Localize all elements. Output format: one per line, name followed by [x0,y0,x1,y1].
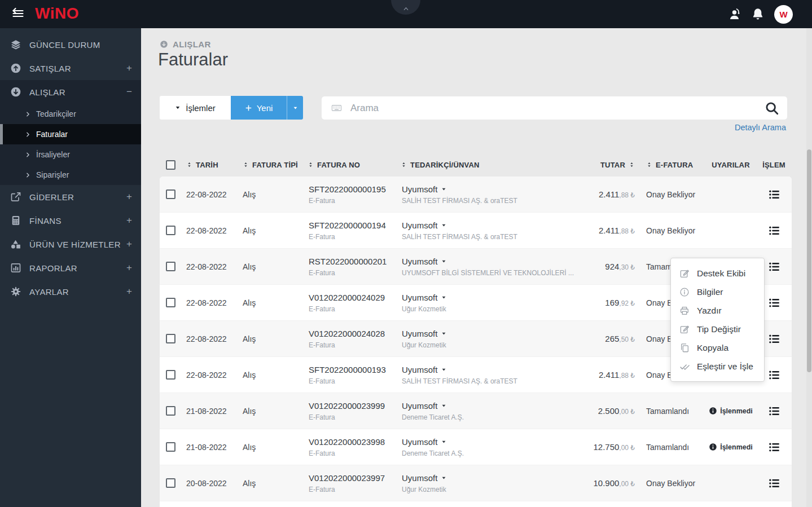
sidebar-item-finans[interactable]: FİNANS + [0,209,141,232]
app-logo[interactable]: WiNO [35,5,79,23]
context-menu-item-kopyala[interactable]: Kopyala [671,338,764,357]
column-header[interactable]: FATURA NO [302,161,395,169]
row-checkbox[interactable] [166,189,175,199]
notifications-button[interactable] [751,7,765,21]
alislar-section-icon [160,40,168,49]
row-actions-button[interactable] [768,441,780,453]
column-header[interactable]: TARİH [181,161,237,169]
sidebar-item-satislar[interactable]: SATIŞLAR + [0,56,141,80]
column-header-label: TARİH [196,161,218,169]
supplier-dropdown[interactable]: Uyumsoft [402,184,576,194]
row-checkbox[interactable] [166,442,175,452]
cell-actions [756,441,792,453]
avatar[interactable]: W [774,5,793,24]
scrollbar-thumb[interactable] [807,149,811,372]
scrollbar-track[interactable] [806,28,812,507]
cell-efatura-status: Tamamlandı [640,443,705,452]
row-checkbox[interactable] [166,226,175,235]
supplier-dropdown[interactable]: Uyumsoft [402,221,576,230]
row-actions-button[interactable] [768,405,780,417]
chevron-up-icon [401,6,411,12]
sidebar-subitem-tedarikciler[interactable]: Tedarikçiler [0,104,141,124]
context-menu-item-destek-ekibi[interactable]: Destek Ekibi [671,264,764,283]
supplier-dropdown[interactable]: Uyumsoft [402,437,576,447]
row-checkbox[interactable] [166,334,175,343]
cell-date: 22-08-2022 [181,262,237,271]
search-input[interactable] [350,103,765,114]
row-actions-button[interactable] [768,333,780,345]
column-header[interactable]: TEDARİKÇİ/ÜNVAN [395,161,576,169]
yeni-dropdown-button[interactable] [287,96,303,120]
list-icon [768,261,780,273]
yeni-button[interactable]: Yeni [231,96,287,120]
cell-actions [756,224,792,237]
row-actions-button[interactable] [768,369,780,381]
row-actions-button[interactable] [768,297,780,309]
row-checkbox[interactable] [166,298,175,307]
column-header[interactable]: FATURA TİPİ [237,161,302,169]
row-actions-button[interactable] [768,224,780,237]
row-actions-button[interactable] [768,188,780,201]
collapse-header-button[interactable] [391,0,420,15]
search-button[interactable] [765,101,779,116]
sidebar-subitem-irsaliyeler[interactable]: İrsaliyeler [0,144,141,165]
cell-supplier: Uyumsoft SALİH TEST FİRMASI AŞ. & oraTES… [395,221,576,241]
supplier-dropdown[interactable]: Uyumsoft [402,257,576,266]
islemler-button[interactable]: İşlemler [160,96,231,120]
supplier-dropdown[interactable]: Uyumsoft [402,473,576,483]
supplier-dropdown[interactable]: Uyumsoft [402,401,576,411]
row-checkbox[interactable] [166,406,175,416]
row-checkbox-cell [160,226,181,235]
row-checkbox[interactable] [166,370,175,380]
cell-amount: 2.411,88 ₺ [576,226,640,236]
sidebar-item-giderler[interactable]: GİDERLER + [0,185,141,209]
shapes-icon [10,239,21,250]
sidebar-subitem-faturalar[interactable]: Faturalar [0,124,141,144]
column-header[interactable]: TUTAR [576,161,640,169]
cell-date: 22-08-2022 [181,371,237,380]
row-actions-button[interactable] [768,477,780,490]
invoice-kind: E-Fatura [309,486,395,493]
expander-icon: + [126,191,132,202]
detail-search-link[interactable]: Detaylı Arama [735,123,786,132]
sidebar-item-urun-ve-hizmetler[interactable]: ÜRÜN VE HİZMETLER + [0,232,141,256]
sidebar-subitem-label: Tedarikçiler [36,109,76,118]
search-bar [322,96,787,120]
select-all-checkbox[interactable] [166,160,175,170]
sidebar-item-alislar[interactable]: ALIŞLAR − [0,80,141,104]
context-menu-item-tip-degistir[interactable]: Tip Değiştir [671,320,764,338]
row-checkbox[interactable] [166,262,175,271]
column-header-label: FATURA NO [317,161,360,169]
supplier-name: Uyumsoft [402,329,437,338]
row-context-menu: Destek Ekibi Bilgiler Yazdır Tip Değişti… [670,258,765,382]
chart-icon [10,262,21,274]
supplier-dropdown[interactable]: Uyumsoft [402,329,576,338]
sort-icon [401,161,407,169]
expander-icon: − [126,86,132,98]
list-icon [768,477,780,490]
row-actions-button[interactable] [768,261,780,273]
context-menu-item-eslestir-ve-isle[interactable]: Eşleştir ve İşle [671,357,764,376]
sidebar-item-raporlar[interactable]: RAPORLAR + [0,256,141,280]
invoice-number: SFT2022000000194 [309,221,395,230]
sidebar-subitem-siparisler[interactable]: Siparişler [0,165,141,185]
supplier-name: Uyumsoft [402,257,437,266]
supplier-dropdown[interactable]: Uyumsoft [402,365,576,374]
row-checkbox-cell [160,478,181,488]
context-menu-item-yazdir[interactable]: Yazdır [671,301,764,320]
cell-supplier: Uyumsoft Uğur Kozmetik [395,293,576,313]
menu-toggle-button[interactable] [7,7,28,22]
cell-supplier: Uyumsoft Uğur Kozmetik [395,329,576,349]
caret-down-icon [293,105,298,111]
column-header-label: TEDARİKÇİ/ÜNVAN [410,161,480,169]
sidebar-item-ayarlar[interactable]: AYARLAR + [0,280,141,303]
column-header[interactable]: İŞLEM [756,161,792,169]
cell-actions [756,477,792,490]
context-menu-item-bilgiler[interactable]: Bilgiler [671,283,764,301]
support-button[interactable] [728,7,741,21]
sidebar-item-guncel-durum[interactable]: GÜNCEL DURUM [0,33,141,56]
column-header[interactable]: E-FATURA [640,161,705,169]
row-checkbox[interactable] [166,478,175,488]
supplier-dropdown[interactable]: Uyumsoft [402,293,576,302]
column-header[interactable]: UYARILAR [705,161,756,169]
